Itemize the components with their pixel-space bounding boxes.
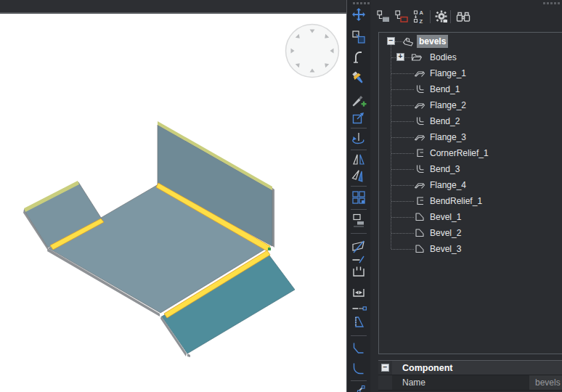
mirror-icon[interactable] [351,152,367,168]
tree-item-flange1[interactable]: Flange_1 [379,67,562,80]
front-flange-edge2 [187,354,190,357]
svg-text:A: A [420,9,424,16]
tree-item-bend2[interactable]: Bend_2 [379,115,562,128]
expand-icon[interactable] [396,53,404,61]
relief-icon [414,148,425,158]
bend-icon [414,84,425,94]
relief-icon [414,196,425,206]
part-icon [402,36,415,47]
name-value[interactable]: bevels [529,375,562,390]
collapse-section-icon[interactable] [381,364,389,372]
component-header[interactable]: Component [378,361,562,375]
viewport-3d[interactable] [0,0,346,392]
sort-alpha-icon[interactable]: AZ [412,9,427,24]
panel-grip[interactable] [543,2,560,4]
structure-panel: AZ bevels Bodies [370,0,562,392]
chamfer-face-icon[interactable] [351,314,367,330]
structure-tree: bevels Bodies Flange_1 Bend_1 [378,32,562,354]
align-icon[interactable] [351,212,367,228]
tree-item-bevels[interactable]: bevels [379,35,562,48]
component-title: Component [402,363,452,373]
component-panel: Component Name bevels [378,360,562,392]
tree-item-bevel3[interactable]: Bevel_3 [379,242,562,256]
fillet-icon[interactable] [351,361,367,377]
bevel-icon [414,212,425,222]
tree-item-cornerrelief1[interactable]: CornerRelief_1 [379,147,562,160]
move-icon[interactable] [351,7,367,23]
array-icon[interactable] [351,189,367,205]
scale-icon[interactable] [351,110,367,126]
bevel-icon [414,228,425,238]
search-binoculars-icon[interactable] [455,9,470,24]
bevel-icon [414,244,425,254]
tree-options-icon[interactable] [376,9,391,24]
tree-item-bendrelief1[interactable]: BendRelief_1 [379,195,562,208]
chamfer-icon[interactable] [351,340,367,356]
corner-relief-dot [268,248,271,250]
tree-item-flange3[interactable]: Flange_3 [379,131,562,144]
tree-item-bend1[interactable]: Bend_1 [379,83,562,96]
tree-item-flange4[interactable]: Flange_4 [379,179,562,192]
toolbar-grip[interactable] [353,2,370,4]
bend-icon [414,116,425,126]
view-compass[interactable] [284,23,341,79]
copy-icon[interactable] [351,29,367,45]
modify-toolbar [346,0,370,392]
mirror-3d-icon[interactable] [351,168,367,184]
name-label: Name [392,375,529,390]
cad-window: AZ bevels Bodies [0,0,562,392]
component-name-row[interactable]: Name bevels [378,375,562,391]
tree-item-bevel1[interactable]: Bevel_1 [379,211,562,224]
tree-item-bend3[interactable]: Bend_3 [379,163,562,176]
flange-icon [414,68,425,78]
join-icon[interactable] [351,285,367,301]
tree-item-bevel2[interactable]: Bevel_2 [379,226,562,240]
break-icon[interactable] [351,264,367,280]
collapse-icon[interactable] [387,37,395,45]
svg-text:Z: Z [420,18,423,25]
flange-icon [414,132,425,142]
structure-panel-toolbar: AZ [370,9,562,28]
tree-item-flange2[interactable]: Flange_2 [379,99,562,112]
flange-icon [414,100,425,110]
tree-options-alt-icon[interactable] [394,9,409,24]
settings-gear-icon[interactable] [434,9,449,24]
pick-add-icon[interactable] [351,91,367,107]
tree-item-bodies[interactable]: Bodies [379,51,562,64]
rotate-3d-icon[interactable] [351,131,367,147]
folder-icon [411,52,423,62]
edit-polyline-icon[interactable] [351,383,367,392]
arc-tool-icon[interactable] [351,49,367,65]
flange-icon [414,180,425,190]
bend-icon [414,164,425,174]
match-properties-icon[interactable] [351,70,367,86]
